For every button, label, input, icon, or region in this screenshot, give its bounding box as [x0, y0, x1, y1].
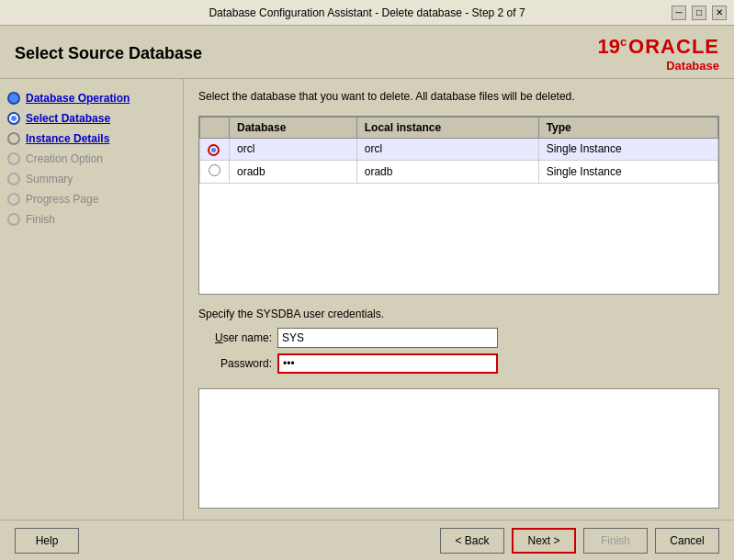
- content-area: Database Operation Select Database Insta…: [0, 79, 734, 520]
- title-bar: Database Configuration Assistant - Delet…: [0, 0, 734, 26]
- oracle-sup: c: [620, 35, 627, 49]
- radio-cell-oradb[interactable]: [200, 160, 230, 183]
- sidebar-label-database-operation: Database Operation: [26, 92, 130, 105]
- back-label: < Back: [455, 534, 489, 547]
- step-indicator-instance-details: [7, 132, 20, 145]
- oracle-version: 19c: [597, 35, 627, 59]
- sidebar-item-select-database[interactable]: Select Database: [0, 108, 183, 129]
- radio-cell-orcl[interactable]: [200, 139, 230, 160]
- back-button[interactable]: < Back: [440, 528, 504, 554]
- sidebar-item-instance-details[interactable]: Instance Details: [0, 129, 183, 149]
- help-button[interactable]: Help: [15, 528, 79, 554]
- instruction-text: Select the database that you want to del…: [198, 90, 719, 103]
- password-input[interactable]: [277, 353, 498, 374]
- step-indicator-database-operation: [7, 92, 20, 105]
- sidebar-label-finish: Finish: [26, 213, 55, 226]
- cancel-button[interactable]: Cancel: [655, 528, 719, 554]
- main-window: Select Source Database 19c ORACLE Databa…: [0, 26, 734, 560]
- message-area: [198, 388, 719, 509]
- credentials-section: Specify the SYSDBA user credentials. Use…: [198, 308, 719, 379]
- username-label: User name:: [198, 331, 272, 344]
- step-indicator-select-database: [7, 112, 20, 125]
- local-instance-orcl: orcl: [356, 139, 538, 160]
- header: Select Source Database 19c ORACLE Databa…: [0, 26, 734, 79]
- step-indicator-summary: [7, 173, 20, 185]
- window-controls: ─ □ ✕: [672, 6, 727, 20]
- finish-label: Finish: [601, 534, 630, 547]
- radio-oradb[interactable]: [209, 164, 220, 176]
- sidebar-item-creation-option: Creation Option: [0, 149, 183, 169]
- oracle-name: ORACLE: [628, 35, 719, 59]
- password-row: Password:: [198, 353, 719, 374]
- oracle-sub: Database: [666, 59, 719, 73]
- username-input[interactable]: [277, 328, 498, 348]
- finish-button[interactable]: Finish: [583, 528, 648, 554]
- sidebar-item-finish: Finish: [0, 209, 183, 230]
- next-label: Next >: [527, 534, 559, 547]
- sidebar-label-progress-page: Progress Page: [26, 193, 98, 206]
- password-label: Password:: [198, 357, 272, 370]
- cancel-label: Cancel: [670, 534, 704, 547]
- page-title: Select Source Database: [15, 44, 202, 63]
- sidebar-label-select-database: Select Database: [26, 112, 110, 125]
- database-table-wrapper: Database Local instance Type orcl orcl: [198, 116, 719, 294]
- sidebar: Database Operation Select Database Insta…: [0, 79, 184, 520]
- footer-right: < Back Next > Finish Cancel: [440, 528, 719, 554]
- sidebar-label-creation-option: Creation Option: [26, 152, 103, 165]
- table-row[interactable]: oradb oradb Single Instance: [200, 160, 718, 183]
- maximize-button[interactable]: □: [692, 6, 706, 20]
- database-table: Database Local instance Type orcl orcl: [199, 117, 718, 183]
- minimize-button[interactable]: ─: [672, 6, 686, 20]
- col-header-local-instance: Local instance: [356, 118, 538, 139]
- main-panel: Select the database that you want to del…: [184, 79, 734, 520]
- window-title: Database Configuration Assistant - Delet…: [62, 6, 672, 19]
- help-label: Help: [36, 534, 59, 547]
- footer: Help < Back Next > Finish Cancel: [0, 520, 734, 560]
- type-oradb: Single Instance: [538, 160, 717, 183]
- sidebar-label-instance-details: Instance Details: [26, 132, 109, 145]
- local-instance-oradb: oradb: [356, 160, 538, 183]
- type-orcl: Single Instance: [538, 139, 717, 160]
- db-name-oradb: oradb: [230, 160, 357, 183]
- credentials-title: Specify the SYSDBA user credentials.: [198, 308, 719, 320]
- close-button[interactable]: ✕: [712, 6, 727, 20]
- next-button[interactable]: Next >: [512, 528, 576, 554]
- col-header-database: Database: [230, 118, 357, 139]
- db-name-orcl: orcl: [230, 139, 357, 160]
- sidebar-item-database-operation[interactable]: Database Operation: [0, 88, 183, 108]
- footer-left: Help: [15, 528, 79, 554]
- username-row: User name:: [198, 328, 719, 348]
- step-indicator-finish: [7, 213, 20, 226]
- step-indicator-creation-option: [7, 152, 20, 165]
- oracle-logo: 19c ORACLE Database: [597, 35, 719, 73]
- radio-selected-icon: [208, 144, 220, 156]
- sidebar-item-progress-page: Progress Page: [0, 189, 183, 209]
- col-header-select: [200, 118, 230, 139]
- col-header-type: Type: [538, 118, 717, 139]
- sidebar-label-summary: Summary: [26, 173, 73, 185]
- table-empty-space: [199, 184, 718, 294]
- step-indicator-progress-page: [7, 193, 20, 206]
- table-row[interactable]: orcl orcl Single Instance: [200, 139, 718, 160]
- sidebar-item-summary: Summary: [0, 169, 183, 189]
